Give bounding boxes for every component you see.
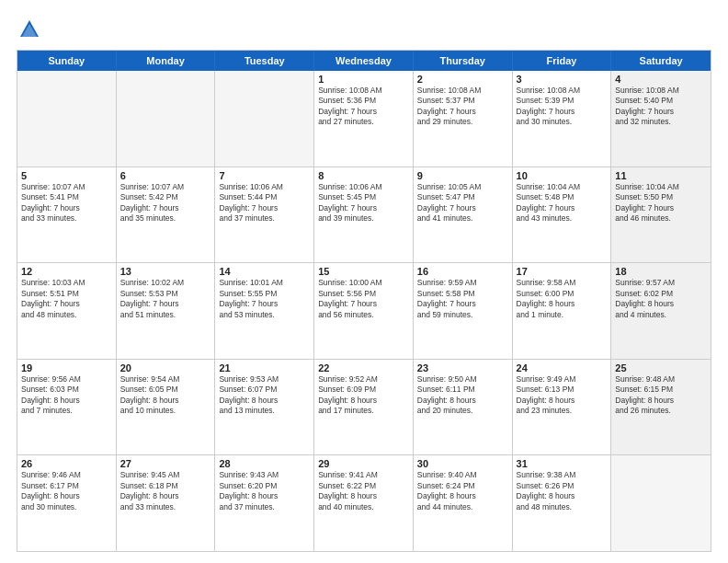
day-number: 19 <box>21 362 112 373</box>
day-info: Sunrise: 9:54 AM Sunset: 6:05 PM Dayligh… <box>120 374 211 417</box>
day-info: Sunrise: 9:41 AM Sunset: 6:22 PM Dayligh… <box>318 470 409 512</box>
day-info: Sunrise: 9:50 AM Sunset: 6:11 PM Dayligh… <box>417 374 508 417</box>
day-info: Sunrise: 9:45 AM Sunset: 6:18 PM Dayligh… <box>120 470 211 512</box>
day-info: Sunrise: 9:38 AM Sunset: 6:26 PM Dayligh… <box>517 470 608 512</box>
day-info: Sunrise: 10:02 AM Sunset: 5:53 PM Daylig… <box>120 278 211 320</box>
day-number: 28 <box>219 458 310 469</box>
calendar-cell: 22Sunrise: 9:52 AM Sunset: 6:09 PM Dayli… <box>314 360 414 455</box>
day-number: 1 <box>318 74 409 85</box>
day-number: 13 <box>120 266 211 277</box>
day-number: 21 <box>219 362 310 373</box>
calendar-row-2: 5Sunrise: 10:07 AM Sunset: 5:41 PM Dayli… <box>17 167 711 264</box>
day-info: Sunrise: 10:04 AM Sunset: 5:50 PM Daylig… <box>615 182 707 224</box>
day-number: 26 <box>21 458 112 469</box>
day-info: Sunrise: 10:05 AM Sunset: 5:47 PM Daylig… <box>417 182 508 224</box>
calendar-cell: 8Sunrise: 10:06 AM Sunset: 5:45 PM Dayli… <box>314 167 414 263</box>
day-info: Sunrise: 9:40 AM Sunset: 6:24 PM Dayligh… <box>417 470 508 512</box>
calendar-cell: 1Sunrise: 10:08 AM Sunset: 5:36 PM Dayli… <box>314 71 414 167</box>
day-info: Sunrise: 9:48 AM Sunset: 6:15 PM Dayligh… <box>615 374 707 417</box>
calendar-cell: 28Sunrise: 9:43 AM Sunset: 6:20 PM Dayli… <box>215 455 314 551</box>
calendar-cell: 17Sunrise: 9:58 AM Sunset: 6:00 PM Dayli… <box>513 263 612 359</box>
calendar-cell: 31Sunrise: 9:38 AM Sunset: 6:26 PM Dayli… <box>513 455 612 551</box>
day-number: 27 <box>120 458 211 469</box>
day-number: 17 <box>517 266 608 277</box>
calendar-cell: 5Sunrise: 10:07 AM Sunset: 5:41 PM Dayli… <box>17 167 117 263</box>
calendar-cell: 25Sunrise: 9:48 AM Sunset: 6:15 PM Dayli… <box>611 360 711 455</box>
calendar-cell: 4Sunrise: 10:08 AM Sunset: 5:40 PM Dayli… <box>611 71 711 167</box>
day-info: Sunrise: 9:59 AM Sunset: 5:58 PM Dayligh… <box>417 278 508 320</box>
logo <box>17 17 46 42</box>
day-info: Sunrise: 10:08 AM Sunset: 5:37 PM Daylig… <box>417 86 508 128</box>
calendar-cell: 3Sunrise: 10:08 AM Sunset: 5:39 PM Dayli… <box>513 71 612 167</box>
day-info: Sunrise: 9:56 AM Sunset: 6:03 PM Dayligh… <box>21 374 112 417</box>
day-number: 6 <box>120 170 211 181</box>
day-info: Sunrise: 9:46 AM Sunset: 6:17 PM Dayligh… <box>21 470 112 512</box>
calendar-cell: 19Sunrise: 9:56 AM Sunset: 6:03 PM Dayli… <box>17 360 117 455</box>
calendar-cell: 14Sunrise: 10:01 AM Sunset: 5:55 PM Dayl… <box>215 263 314 359</box>
day-info: Sunrise: 10:03 AM Sunset: 5:51 PM Daylig… <box>21 278 112 320</box>
weekday-header-monday: Monday <box>117 51 216 71</box>
calendar-cell <box>611 455 711 551</box>
day-number: 5 <box>21 170 112 181</box>
calendar-cell: 23Sunrise: 9:50 AM Sunset: 6:11 PM Dayli… <box>414 360 513 455</box>
calendar-cell: 7Sunrise: 10:06 AM Sunset: 5:44 PM Dayli… <box>215 167 314 263</box>
day-info: Sunrise: 10:06 AM Sunset: 5:44 PM Daylig… <box>219 182 310 224</box>
day-info: Sunrise: 10:04 AM Sunset: 5:48 PM Daylig… <box>517 182 608 224</box>
calendar-cell: 2Sunrise: 10:08 AM Sunset: 5:37 PM Dayli… <box>414 71 513 167</box>
calendar-cell: 26Sunrise: 9:46 AM Sunset: 6:17 PM Dayli… <box>17 455 117 551</box>
logo-icon <box>17 17 42 42</box>
calendar-cell: 24Sunrise: 9:49 AM Sunset: 6:13 PM Dayli… <box>513 360 612 455</box>
day-info: Sunrise: 10:08 AM Sunset: 5:39 PM Daylig… <box>517 86 608 128</box>
weekday-header-sunday: Sunday <box>17 51 117 71</box>
weekday-header-tuesday: Tuesday <box>215 51 314 71</box>
day-info: Sunrise: 10:06 AM Sunset: 5:45 PM Daylig… <box>318 182 409 224</box>
page: SundayMondayTuesdayWednesdayThursdayFrid… <box>0 0 728 563</box>
day-number: 29 <box>318 458 409 469</box>
day-number: 2 <box>417 74 508 85</box>
day-info: Sunrise: 10:07 AM Sunset: 5:42 PM Daylig… <box>120 182 211 224</box>
calendar-body: 1Sunrise: 10:08 AM Sunset: 5:36 PM Dayli… <box>17 71 711 551</box>
calendar-cell: 20Sunrise: 9:54 AM Sunset: 6:05 PM Dayli… <box>117 360 216 455</box>
day-number: 18 <box>615 266 707 277</box>
day-number: 31 <box>517 458 608 469</box>
day-number: 12 <box>21 266 112 277</box>
day-number: 16 <box>417 266 508 277</box>
day-info: Sunrise: 10:08 AM Sunset: 5:36 PM Daylig… <box>318 86 409 128</box>
day-number: 14 <box>219 266 310 277</box>
calendar-cell: 10Sunrise: 10:04 AM Sunset: 5:48 PM Dayl… <box>513 167 612 263</box>
weekday-header-saturday: Saturday <box>611 51 711 71</box>
calendar-cell: 16Sunrise: 9:59 AM Sunset: 5:58 PM Dayli… <box>414 263 513 359</box>
day-info: Sunrise: 10:07 AM Sunset: 5:41 PM Daylig… <box>21 182 112 224</box>
calendar-cell: 30Sunrise: 9:40 AM Sunset: 6:24 PM Dayli… <box>414 455 513 551</box>
day-number: 20 <box>120 362 211 373</box>
calendar-cell: 27Sunrise: 9:45 AM Sunset: 6:18 PM Dayli… <box>117 455 216 551</box>
calendar: SundayMondayTuesdayWednesdayThursdayFrid… <box>17 50 711 552</box>
day-number: 30 <box>417 458 508 469</box>
weekday-header-friday: Friday <box>513 51 612 71</box>
header <box>17 17 711 42</box>
day-number: 25 <box>615 362 707 373</box>
day-info: Sunrise: 9:49 AM Sunset: 6:13 PM Dayligh… <box>517 374 608 417</box>
day-info: Sunrise: 10:00 AM Sunset: 5:56 PM Daylig… <box>318 278 409 320</box>
calendar-row-4: 19Sunrise: 9:56 AM Sunset: 6:03 PM Dayli… <box>17 360 711 456</box>
calendar-row-1: 1Sunrise: 10:08 AM Sunset: 5:36 PM Dayli… <box>17 71 711 167</box>
day-number: 8 <box>318 170 409 181</box>
day-number: 4 <box>615 74 707 85</box>
day-number: 11 <box>615 170 707 181</box>
calendar-cell: 12Sunrise: 10:03 AM Sunset: 5:51 PM Dayl… <box>17 263 117 359</box>
day-info: Sunrise: 9:52 AM Sunset: 6:09 PM Dayligh… <box>318 374 409 417</box>
calendar-cell <box>117 71 216 167</box>
day-number: 15 <box>318 266 409 277</box>
day-info: Sunrise: 9:58 AM Sunset: 6:00 PM Dayligh… <box>517 278 608 320</box>
day-number: 7 <box>219 170 310 181</box>
calendar-cell: 13Sunrise: 10:02 AM Sunset: 5:53 PM Dayl… <box>117 263 216 359</box>
day-info: Sunrise: 9:53 AM Sunset: 6:07 PM Dayligh… <box>219 374 310 417</box>
calendar-cell: 15Sunrise: 10:00 AM Sunset: 5:56 PM Dayl… <box>314 263 414 359</box>
day-info: Sunrise: 10:01 AM Sunset: 5:55 PM Daylig… <box>219 278 310 320</box>
calendar-header-row: SundayMondayTuesdayWednesdayThursdayFrid… <box>17 51 711 71</box>
day-number: 24 <box>517 362 608 373</box>
day-number: 10 <box>517 170 608 181</box>
calendar-cell: 21Sunrise: 9:53 AM Sunset: 6:07 PM Dayli… <box>215 360 314 455</box>
day-number: 3 <box>517 74 608 85</box>
day-info: Sunrise: 9:57 AM Sunset: 6:02 PM Dayligh… <box>615 278 707 320</box>
